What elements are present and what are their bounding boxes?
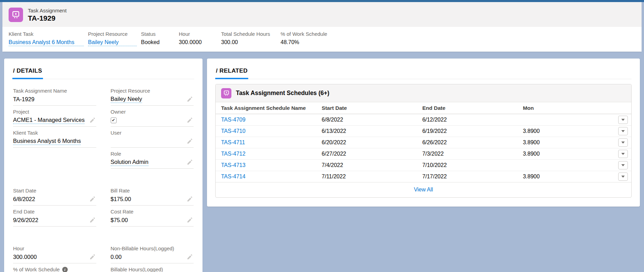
cell-start-date: 7/11/2022	[316, 174, 417, 180]
detail-field: End Date9/26/2022	[13, 206, 96, 227]
pencil-icon[interactable]	[187, 117, 193, 123]
tab-details[interactable]: / DETAILS	[12, 66, 43, 79]
field-label: Total Schedule Hours	[221, 31, 276, 37]
pencil-icon[interactable]	[187, 254, 193, 260]
field-value-row: 0.00	[111, 253, 194, 261]
field-value: 0.00	[111, 254, 122, 260]
row-actions-button[interactable]	[618, 116, 628, 124]
field-value: 300.00	[221, 39, 276, 45]
row-actions-button[interactable]	[618, 150, 628, 158]
chevron-down-icon	[621, 119, 625, 121]
related-list-title: Task Assignment Schedules (6+)	[236, 90, 329, 97]
pencil-icon[interactable]	[187, 138, 193, 144]
column-header[interactable]: Task Assignment Schedule Name	[216, 105, 316, 111]
field-value-row: TA-1929	[13, 95, 96, 103]
entity-label: Task Assignment	[28, 8, 67, 13]
field-value-row: Business Analyst 6 Months	[13, 137, 96, 145]
field-value-row: $175.00	[111, 195, 194, 203]
schedule-name-link[interactable]: TAS-4712	[221, 151, 245, 157]
record-header: Task Assignment TA-1929 Klient TaskBusin…	[2, 2, 642, 52]
field-value-row: 9/26/2022	[13, 216, 96, 224]
info-icon[interactable]: i	[62, 267, 68, 272]
row-actions-button[interactable]	[618, 127, 628, 135]
schedule-name-link[interactable]: TAS-4710	[221, 128, 245, 134]
row-actions-button[interactable]	[618, 138, 628, 147]
owner-checkbox[interactable]: ✔	[111, 117, 117, 123]
cell-schedule-name: TAS-4712	[216, 151, 316, 157]
cell-end-date: 6/12/2022	[417, 117, 517, 123]
column-header[interactable]: End Date	[417, 105, 517, 111]
cell-start-date: 6/8/2022	[316, 117, 417, 123]
tab-related[interactable]: / RELATED	[215, 66, 248, 79]
table-row: TAS-47137/4/20227/10/2022	[216, 159, 631, 171]
pencil-icon[interactable]	[187, 217, 193, 223]
detail-field: Project ResourceBailey Neely	[111, 85, 194, 106]
schedule-name-link[interactable]: TAS-4714	[221, 174, 245, 180]
field-value-link[interactable]: Bailey Neely	[111, 96, 142, 103]
pencil-icon[interactable]	[90, 254, 96, 260]
pencil-icon[interactable]	[187, 196, 193, 202]
field-label: Hour	[13, 245, 96, 252]
pencil-icon[interactable]	[90, 217, 96, 223]
field-value-link[interactable]: Business Analyst 6 Months	[9, 39, 84, 46]
field-value-link[interactable]: Business Analyst 6 Months	[13, 138, 81, 145]
field-value-empty	[111, 138, 112, 145]
field-label: Klient Task	[13, 130, 96, 136]
cell-start-date: 7/4/2022	[316, 162, 417, 168]
field-value-row: ACME1 - Managed Services	[13, 116, 96, 124]
field-label-text: Project Resource	[111, 88, 150, 94]
field-label-text: Cost Rate	[111, 209, 134, 215]
schedule-name-link[interactable]: TAS-4711	[221, 139, 245, 146]
cell-mon: 3.8900	[517, 174, 609, 180]
field-label-text: End Date	[13, 209, 35, 215]
chevron-down-icon	[621, 164, 625, 166]
record-name: TA-1929	[28, 14, 67, 22]
field-value-link[interactable]: Bailey Neely	[88, 39, 137, 46]
row-actions-button[interactable]	[618, 172, 628, 181]
cell-end-date: 7/10/2022	[417, 162, 517, 168]
view-all-link[interactable]: View All	[414, 187, 433, 192]
record-header-titles: Task Assignment TA-1929	[28, 8, 67, 22]
field-label: Status	[141, 31, 175, 37]
field-label-text: Project	[13, 109, 29, 115]
header-highlights-fields: Klient TaskBusiness Analyst 6 MonthsProj…	[2, 27, 642, 52]
pencil-icon[interactable]	[90, 117, 96, 123]
field-value: 6/8/2022	[13, 196, 35, 202]
pencil-icon[interactable]	[187, 159, 193, 165]
field-label-text: Start Date	[13, 188, 36, 194]
related-list-header: Task Assignment Schedules (6+)	[216, 84, 631, 102]
field-value: 300.0000	[13, 254, 37, 260]
detail-field: Task Assignment NameTA-1929	[13, 85, 96, 106]
schedule-name-link[interactable]: TAS-4713	[221, 162, 245, 168]
field-label: Role	[111, 151, 194, 157]
field-label: Task Assignment Name	[13, 88, 96, 94]
table-row: TAS-47126/27/20227/3/20223.8900	[216, 148, 631, 159]
main-content: / DETAILS Task Assignment NameTA-1929Pro…	[0, 52, 644, 272]
pencil-icon[interactable]	[90, 196, 96, 202]
detail-field: User	[111, 127, 194, 148]
details-panel: / DETAILS Task Assignment NameTA-1929Pro…	[4, 59, 203, 272]
column-header[interactable]: Mon	[517, 105, 609, 111]
detail-field: ProjectACME1 - Managed Services	[13, 106, 96, 127]
detail-field: Klient TaskBusiness Analyst 6 Months	[13, 127, 96, 148]
field-value-row: $75.00	[111, 216, 194, 224]
row-actions-button[interactable]	[618, 161, 628, 169]
field-label: Non-Billable Hours(Logged)	[111, 245, 194, 252]
detail-field: % of Work Schedulei48.70%	[13, 263, 96, 272]
cell-start-date: 6/27/2022	[316, 151, 417, 157]
details-field-grid: Task Assignment NameTA-1929Project Resou…	[12, 81, 194, 272]
field-value-link[interactable]: Solution Admin	[111, 159, 149, 166]
header-field: Klient TaskBusiness Analyst 6 Months	[7, 31, 86, 46]
pencil-icon[interactable]	[187, 96, 193, 102]
table-row: TAS-47096/8/20226/12/2022	[216, 114, 631, 125]
related-panel: / RELATED Task Assignment Schedules (6+)…	[207, 59, 640, 207]
details-tab-row: / DETAILS	[12, 66, 194, 79]
field-value-link[interactable]: ACME1 - Managed Services	[13, 117, 85, 124]
schedules-table: Task Assignment Schedule NameStart DateE…	[216, 102, 631, 182]
cell-schedule-name: TAS-4710	[216, 128, 316, 134]
field-label-text: Bill Rate	[111, 188, 130, 194]
table-row: TAS-47106/13/20226/19/20223.8900	[216, 125, 631, 137]
column-header[interactable]: Start Date	[316, 105, 417, 111]
schedule-name-link[interactable]: TAS-4709	[221, 117, 245, 123]
table-row: TAS-47116/20/20226/26/20223.8900	[216, 137, 631, 148]
